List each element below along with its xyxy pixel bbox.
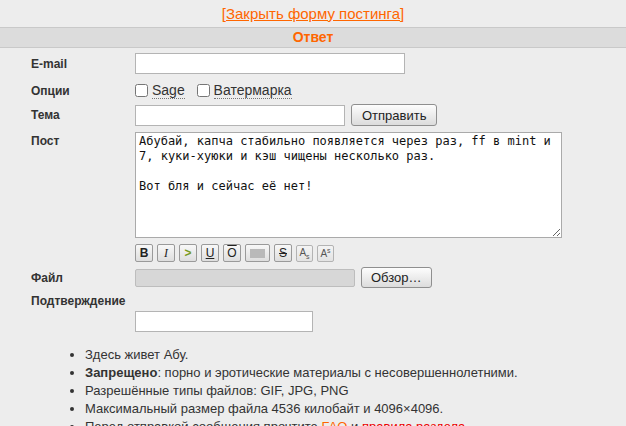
file-filename-box[interactable] bbox=[135, 269, 355, 287]
captcha-label: Подтверждение bbox=[0, 294, 135, 308]
underline-button[interactable]: U bbox=[201, 244, 219, 262]
rule-item: Перед отправкой сообщения прочтите FAQ и… bbox=[85, 419, 626, 426]
subject-label: Тема bbox=[0, 104, 135, 122]
watermark-checkbox[interactable] bbox=[197, 84, 210, 97]
subscript-icon: As bbox=[299, 247, 309, 260]
sage-label: Sage bbox=[152, 82, 185, 99]
section-rules-link[interactable]: правила раздела bbox=[362, 419, 465, 426]
submit-button[interactable]: Отправить bbox=[351, 104, 437, 126]
spoiler-icon bbox=[250, 249, 265, 258]
superscript-icon: As bbox=[320, 247, 330, 259]
board-rules-list: Здесь живет Абу. Запрещено: порно и эрот… bbox=[68, 347, 626, 426]
quote-icon: > bbox=[184, 246, 191, 260]
overline-icon: O bbox=[227, 246, 236, 260]
strikethrough-icon: S bbox=[279, 246, 287, 260]
sage-checkbox[interactable] bbox=[135, 84, 148, 97]
strikethrough-button[interactable]: S bbox=[274, 244, 292, 262]
form-title: Ответ bbox=[293, 29, 334, 45]
email-row: E-mail bbox=[0, 53, 626, 74]
italic-button[interactable]: I bbox=[157, 244, 175, 262]
captcha-field[interactable] bbox=[135, 311, 313, 332]
rule-item: Здесь живет Абу. bbox=[85, 347, 626, 362]
faq-link[interactable]: FAQ bbox=[321, 419, 347, 426]
close-form-row: [Закрыть форму постинга] bbox=[0, 0, 626, 27]
file-row: Файл Обзор… bbox=[0, 267, 626, 288]
formatting-toolbar: B I > U O S As As bbox=[135, 244, 626, 262]
bold-icon: B bbox=[140, 246, 149, 260]
post-textarea[interactable]: Абубай, капча стабильно появляется через… bbox=[135, 132, 562, 238]
watermark-label: Ватермарка bbox=[214, 82, 292, 99]
underline-icon: U bbox=[206, 246, 215, 260]
captcha-label-row: Подтверждение bbox=[0, 294, 626, 308]
post-label: Пост bbox=[0, 132, 135, 148]
italic-icon: I bbox=[164, 246, 168, 261]
posting-form: E-mail Опции Sage Ватермарка Тема Отправ… bbox=[0, 53, 626, 332]
bold-button[interactable]: B bbox=[135, 244, 153, 262]
file-label: Файл bbox=[0, 267, 135, 285]
quote-button[interactable]: > bbox=[179, 244, 197, 262]
post-row: Пост Абубай, капча стабильно появляется … bbox=[0, 132, 626, 242]
subject-field[interactable] bbox=[135, 105, 345, 126]
email-field[interactable] bbox=[135, 53, 405, 74]
rule-item: Запрещено: порно и эротические материалы… bbox=[85, 365, 626, 380]
sage-option[interactable]: Sage bbox=[135, 82, 189, 98]
watermark-option[interactable]: Ватермарка bbox=[197, 82, 292, 98]
options-label: Опции bbox=[0, 80, 135, 98]
subscript-button[interactable]: As bbox=[296, 245, 313, 262]
overline-button[interactable]: O bbox=[223, 244, 241, 262]
email-label: E-mail bbox=[0, 53, 135, 71]
browse-button[interactable]: Обзор… bbox=[361, 267, 432, 288]
spoiler-button[interactable] bbox=[245, 244, 270, 262]
subject-row: Тема Отправить bbox=[0, 104, 626, 126]
options-row: Опции Sage Ватермарка bbox=[0, 80, 626, 98]
reply-title-bar: Ответ bbox=[0, 27, 626, 48]
superscript-button[interactable]: As bbox=[317, 245, 334, 262]
rule-item: Максимальный размер файла 4536 килобайт … bbox=[85, 401, 626, 416]
rule-item: Разрешённые типы файлов: GIF, JPG, PNG bbox=[85, 383, 626, 398]
close-posting-form-link[interactable]: [Закрыть форму постинга] bbox=[222, 5, 404, 22]
captcha-input-row bbox=[135, 311, 626, 332]
